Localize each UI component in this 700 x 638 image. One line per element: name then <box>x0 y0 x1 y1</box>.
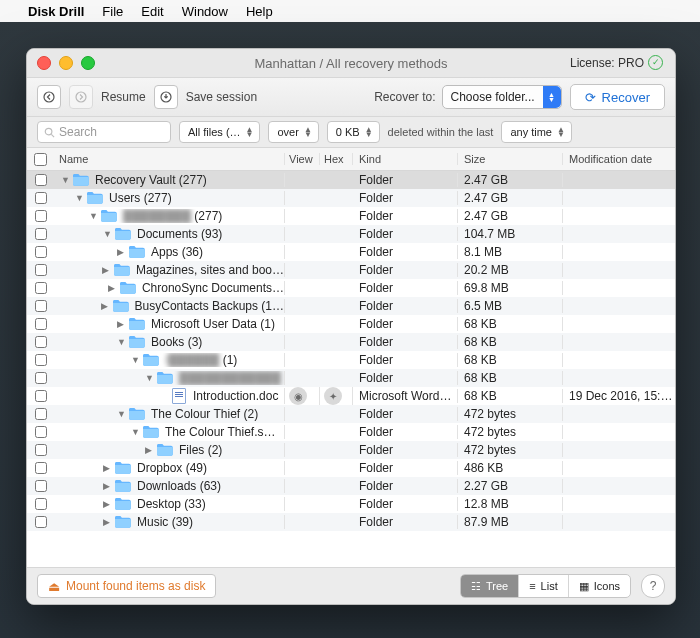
disclosure-triangle-icon[interactable]: ▼ <box>103 229 109 239</box>
chevron-updown-icon: ▲▼ <box>543 86 561 108</box>
table-row[interactable]: ▼████████ (277)Folder2.47 GB <box>27 207 675 225</box>
preview-button[interactable]: ◉ <box>289 387 307 405</box>
disclosure-triangle-icon[interactable]: ▼ <box>117 409 123 419</box>
row-checkbox[interactable] <box>35 444 47 456</box>
row-checkbox[interactable] <box>35 390 47 402</box>
disclosure-triangle-icon[interactable]: ▶ <box>108 283 114 293</box>
menu-edit[interactable]: Edit <box>141 4 163 19</box>
table-row[interactable]: ▶Desktop (33)Folder12.8 MB <box>27 495 675 513</box>
column-name[interactable]: Name <box>53 153 285 165</box>
table-row[interactable]: ▼Documents (93)Folder104.7 MB <box>27 225 675 243</box>
row-name: ChronoSync Documents… <box>142 281 284 295</box>
menu-file[interactable]: File <box>102 4 123 19</box>
column-size[interactable]: Size <box>458 153 563 165</box>
table-row[interactable]: ▶ChronoSync Documents…Folder69.8 MB <box>27 279 675 297</box>
table-row[interactable]: ▼Recovery Vault (277)Folder2.47 GB <box>27 171 675 189</box>
disclosure-triangle-icon[interactable]: ▶ <box>145 445 151 455</box>
close-window-button[interactable] <box>37 56 51 70</box>
row-checkbox[interactable] <box>35 210 47 222</box>
table-row[interactable]: ▼████████████Folder68 KB <box>27 369 675 387</box>
table-row[interactable]: ▶Magazines, sites and boo…Folder20.2 MB <box>27 261 675 279</box>
row-checkbox[interactable] <box>35 408 47 420</box>
column-kind[interactable]: Kind <box>353 153 458 165</box>
view-tree-button[interactable]: ☷Tree <box>461 575 519 597</box>
row-checkbox[interactable] <box>35 354 47 366</box>
row-checkbox[interactable] <box>35 516 47 528</box>
table-row[interactable]: ▼Books (3)Folder68 KB <box>27 333 675 351</box>
row-checkbox[interactable] <box>35 300 47 312</box>
save-session-label[interactable]: Save session <box>186 90 257 104</box>
row-checkbox[interactable] <box>35 246 47 258</box>
disclosure-triangle-icon[interactable]: ▼ <box>131 355 137 365</box>
table-row[interactable]: ▼I██████ (1)Folder68 KB <box>27 351 675 369</box>
save-session-button[interactable] <box>154 85 178 109</box>
table-row[interactable]: ▶BusyContacts Backups (1…Folder6.5 MB <box>27 297 675 315</box>
table-row[interactable]: ▼Users (277)Folder2.47 GB <box>27 189 675 207</box>
view-icons-button[interactable]: ▦Icons <box>569 575 630 597</box>
disclosure-triangle-icon[interactable]: ▼ <box>145 373 151 383</box>
disclosure-triangle-icon[interactable]: ▶ <box>103 463 109 473</box>
table-row[interactable]: ▶Microsoft User Data (1)Folder68 KB <box>27 315 675 333</box>
row-checkbox[interactable] <box>35 336 47 348</box>
row-checkbox[interactable] <box>35 282 47 294</box>
table-row[interactable]: ▶Dropbox (49)Folder486 KB <box>27 459 675 477</box>
row-checkbox[interactable] <box>35 426 47 438</box>
time-filter[interactable]: any time▲▼ <box>501 121 572 143</box>
zoom-window-button[interactable] <box>81 56 95 70</box>
resume-label[interactable]: Resume <box>101 90 146 104</box>
row-checkbox[interactable] <box>35 372 47 384</box>
menu-app-name[interactable]: Disk Drill <box>28 4 84 19</box>
disclosure-triangle-icon[interactable]: ▼ <box>75 193 81 203</box>
menu-window[interactable]: Window <box>182 4 228 19</box>
disclosure-triangle-icon[interactable]: ▶ <box>117 319 123 329</box>
disclosure-triangle-icon[interactable]: ▶ <box>103 481 109 491</box>
folder-icon <box>113 300 129 312</box>
table-row[interactable]: ▶Music (39)Folder87.9 MB <box>27 513 675 531</box>
recover-button[interactable]: ⟳ Recover <box>570 84 665 110</box>
forward-button[interactable] <box>69 85 93 109</box>
tree-icon: ☷ <box>471 580 481 593</box>
row-checkbox[interactable] <box>35 264 47 276</box>
disclosure-triangle-icon[interactable]: ▶ <box>103 517 109 527</box>
disclosure-triangle-icon[interactable]: ▶ <box>117 247 123 257</box>
table-row[interactable]: ▶Downloads (63)Folder2.27 GB <box>27 477 675 495</box>
size-filter[interactable]: 0 KB▲▼ <box>327 121 380 143</box>
hex-button[interactable]: ✦ <box>324 387 342 405</box>
table-row[interactable]: Introduction.doc◉✦Microsoft Word…68 KB19… <box>27 387 675 405</box>
row-checkbox[interactable] <box>35 462 47 474</box>
table-row[interactable]: ▶Apps (36)Folder8.1 MB <box>27 243 675 261</box>
column-modification[interactable]: Modification date <box>563 153 675 165</box>
over-filter[interactable]: over▲▼ <box>268 121 318 143</box>
table-row[interactable]: ▼The Colour Thief (2)Folder472 bytes <box>27 405 675 423</box>
row-checkbox[interactable] <box>35 228 47 240</box>
select-all-checkbox[interactable] <box>34 153 47 166</box>
file-tree[interactable]: ▼Recovery Vault (277)Folder2.47 GB▼Users… <box>27 171 675 567</box>
row-checkbox[interactable] <box>35 174 47 186</box>
disclosure-triangle-icon[interactable]: ▶ <box>102 265 108 275</box>
row-size: 69.8 MB <box>458 281 563 295</box>
column-view[interactable]: View <box>285 153 320 165</box>
disclosure-triangle-icon[interactable]: ▶ <box>103 499 109 509</box>
view-list-button[interactable]: ≡List <box>519 575 569 597</box>
disclosure-triangle-icon[interactable]: ▼ <box>131 427 137 437</box>
file-type-filter[interactable]: All files (…▲▼ <box>179 121 260 143</box>
help-button[interactable]: ? <box>641 574 665 598</box>
search-input[interactable]: Search <box>37 121 171 143</box>
row-checkbox[interactable] <box>35 318 47 330</box>
disclosure-triangle-icon[interactable]: ▶ <box>101 301 107 311</box>
disclosure-triangle-icon[interactable]: ▼ <box>89 211 95 221</box>
folder-icon <box>157 372 173 384</box>
table-row[interactable]: ▼The Colour Thief.s…Folder472 bytes <box>27 423 675 441</box>
column-hex[interactable]: Hex <box>320 153 353 165</box>
menu-help[interactable]: Help <box>246 4 273 19</box>
back-button[interactable] <box>37 85 61 109</box>
minimize-window-button[interactable] <box>59 56 73 70</box>
disclosure-triangle-icon[interactable]: ▼ <box>61 175 67 185</box>
row-checkbox[interactable] <box>35 480 47 492</box>
row-checkbox[interactable] <box>35 192 47 204</box>
table-row[interactable]: ▶Files (2)Folder472 bytes <box>27 441 675 459</box>
disclosure-triangle-icon[interactable]: ▼ <box>117 337 123 347</box>
row-checkbox[interactable] <box>35 498 47 510</box>
mount-button[interactable]: ⏏ Mount found items as disk <box>37 574 216 598</box>
choose-folder-dropdown[interactable]: Choose folder... ▲▼ <box>442 85 562 109</box>
